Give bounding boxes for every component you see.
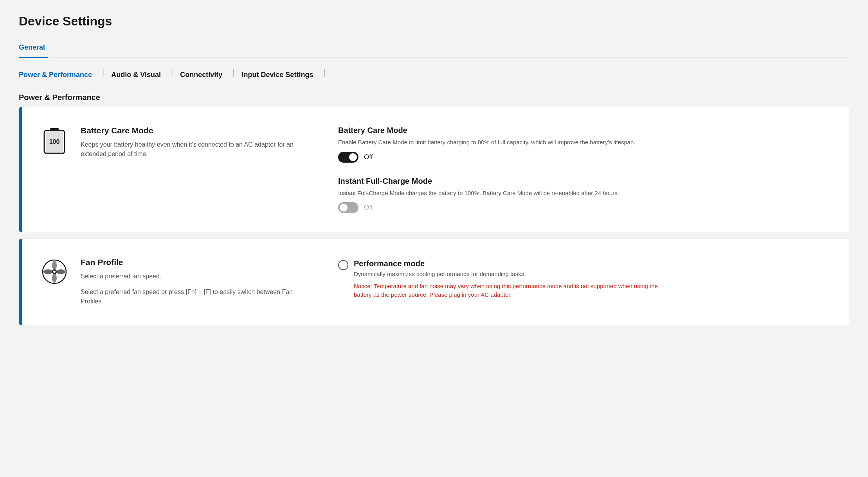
fan-profile-content: Fan Profile Select a preferred fan speed… [22,239,849,325]
battery-care-toggle-item: Battery Care Mode Enable Battery Care Mo… [338,126,827,163]
tab-row: General [19,39,849,58]
svg-point-8 [43,269,53,274]
fan-profile-left: Fan Profile Select a preferred fan speed… [41,258,307,306]
battery-care-toggle-row: Off [338,152,827,163]
svg-text:100: 100 [49,138,60,145]
battery-care-toggle-title: Battery Care Mode [338,126,827,135]
battery-care-toggle[interactable] [338,152,358,163]
battery-care-desc: Keeps your battery healthy even when it'… [81,140,307,159]
instant-full-charge-toggle[interactable] [338,202,358,213]
battery-care-section: 100 Battery Care Mode Keeps your battery… [19,107,849,232]
instant-full-charge-title: Instant Full-Charge Mode [338,177,827,186]
battery-care-toggle-desc: Enable Battery Care Mode to limit batter… [338,138,636,147]
battery-care-content: 100 Battery Care Mode Keeps your battery… [22,107,849,232]
performance-mode-radio[interactable] [338,260,348,270]
performance-mode-desc: Dynamically maximizes cooling performanc… [354,270,827,279]
svg-point-5 [52,261,57,270]
page-title: Device Settings [19,14,849,29]
nav-power-performance[interactable]: Power & Performance [19,67,95,79]
instant-full-charge-toggle-row: Off [338,202,827,213]
fan-profile-right: Performance mode Dynamically maximizes c… [338,258,827,306]
nav-sep-1: | [102,68,104,77]
performance-mode-info: Performance mode Dynamically maximizes c… [354,259,827,299]
nav-sep-4: | [323,68,325,77]
instant-full-charge-item: Instant Full-Charge Mode Instant Full-Ch… [338,177,827,213]
nav-connectivity[interactable]: Connectivity [180,67,225,79]
battery-icon: 100 [41,126,68,155]
section-nav: Power & Performance | Audio & Visual | C… [19,58,849,82]
performance-mode-notice: Notice: Temperature and fan noise may va… [354,282,667,299]
page-container: Device Settings General Power & Performa… [0,0,868,477]
performance-mode-radio-row: Performance mode Dynamically maximizes c… [338,259,827,299]
tab-general[interactable]: General [19,39,48,58]
fan-profile-desc2: Select a preferred fan speed or press [F… [81,287,307,306]
fan-icon [41,258,68,284]
svg-point-6 [56,269,65,274]
instant-full-charge-desc: Instant Full-Charge Mode charges the bat… [338,189,636,198]
fan-profile-heading: Fan Profile [81,258,307,267]
fan-profile-text: Fan Profile Select a preferred fan speed… [81,258,307,306]
svg-rect-1 [50,128,59,131]
instant-full-charge-toggle-knob [340,204,348,212]
svg-point-10 [53,271,56,273]
svg-point-7 [52,273,57,283]
nav-sep-3: | [232,68,234,77]
instant-full-charge-toggle-label: Off [364,204,373,212]
blue-bar-battery [19,107,22,232]
fan-profile-section: Fan Profile Select a preferred fan speed… [19,238,849,325]
battery-care-right: Battery Care Mode Enable Battery Care Mo… [338,126,827,213]
nav-audio-visual[interactable]: Audio & Visual [111,67,164,79]
section-label: Power & Performance [19,93,849,107]
performance-mode-title: Performance mode [354,259,827,268]
performance-mode-item: Performance mode Dynamically maximizes c… [338,258,827,299]
nav-sep-2: | [171,68,173,77]
fan-profile-desc: Select a preferred fan speed. [81,272,307,281]
battery-care-toggle-label: Off [364,153,373,161]
battery-care-heading: Battery Care Mode [81,126,307,135]
battery-care-left: 100 Battery Care Mode Keeps your battery… [41,126,307,213]
nav-input-device-settings[interactable]: Input Device Settings [241,67,316,79]
blue-bar-fan [19,239,22,325]
battery-care-toggle-knob [349,153,357,161]
battery-care-text: Battery Care Mode Keeps your battery hea… [81,126,307,159]
